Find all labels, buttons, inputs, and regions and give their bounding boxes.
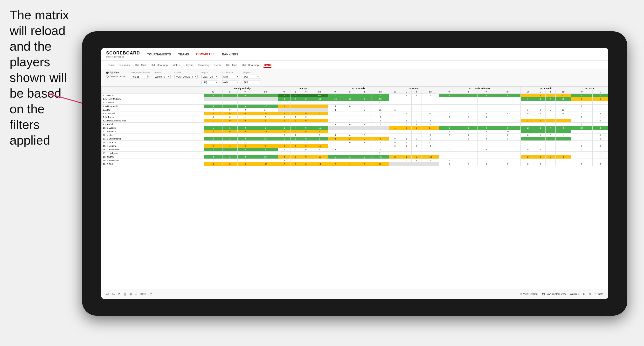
redo-icon[interactable]: ↪ <box>112 292 115 296</box>
cell: 0 <box>389 137 401 141</box>
cell: 3 <box>311 148 328 152</box>
cell: 14 <box>422 126 439 130</box>
cell <box>328 152 343 155</box>
undo-icon[interactable]: ↩ <box>106 292 109 296</box>
max-players-select[interactable]: Top 25 Top 10 All <box>131 75 148 79</box>
minus-icon[interactable]: − <box>135 292 137 296</box>
sub-h-w3: W <box>328 90 343 94</box>
cell: 1 <box>592 115 608 119</box>
cell: -20 <box>311 155 328 159</box>
cell: 0 <box>478 112 495 115</box>
players-select2[interactable]: (All) <box>243 80 260 84</box>
sub-nav-summary[interactable]: Summary <box>119 63 130 67</box>
view-original-btn[interactable]: 👁 View: Original <box>520 293 538 295</box>
gender-select[interactable]: Women's Men's <box>154 75 170 79</box>
cell <box>372 105 389 108</box>
cell <box>495 108 521 112</box>
cell: 1 <box>222 105 238 108</box>
save-custom-btn[interactable]: 💾 Save Custom View <box>542 293 566 295</box>
cell: 4 <box>535 112 546 115</box>
sub-nav-h2h-heatmap2[interactable]: H2H Heatmap <box>242 63 259 67</box>
nav-teams[interactable]: TEAMS <box>178 52 189 57</box>
cell: 0 <box>343 141 357 144</box>
sub-nav-h2h-grid2[interactable]: H2H Grid <box>226 63 237 67</box>
player-name: 20. O Stoll <box>102 163 204 166</box>
sub-nav-teams[interactable]: Teams <box>106 63 114 67</box>
cell: 0 <box>521 163 535 166</box>
cell: 4 <box>328 94 343 97</box>
cell: 0 <box>301 126 311 130</box>
gender-filter: Gender Women's Men's <box>154 71 170 79</box>
nav-rankings[interactable]: RANKINGS <box>222 52 238 57</box>
cell: 2 <box>290 134 301 137</box>
matrix-area[interactable]: 2. M Kelly Mulcahy 6. A Dy 11. G Woods 2… <box>101 86 608 289</box>
cell <box>389 152 401 155</box>
region-select2[interactable]: (All) <box>202 80 218 84</box>
cell: 0 <box>460 130 477 134</box>
division-select[interactable]: NCAA Division II NCAA Division I <box>174 75 198 79</box>
cell <box>328 144 343 148</box>
sub-nav-summary2[interactable]: Summary <box>198 63 210 67</box>
sub-nav-matrix2[interactable]: Matrix <box>264 62 271 68</box>
sub-nav-h2h-heatmap[interactable]: H2H Heatmap <box>151 63 168 67</box>
full-view-radio[interactable]: Full View <box>106 71 125 74</box>
cell: 0 <box>301 119 311 123</box>
cell: -11 <box>311 94 328 97</box>
cell <box>238 152 253 155</box>
nav-committee[interactable]: COMMITTEE <box>196 52 215 57</box>
cell: 0 <box>412 144 422 148</box>
share-icon: ⤴ <box>594 293 596 295</box>
cell: 0 <box>412 126 422 130</box>
sub-nav-detail[interactable]: Detail <box>214 63 221 67</box>
cell <box>422 97 439 101</box>
cell: 0 <box>521 112 535 115</box>
conference-select2[interactable]: (All) <box>222 80 239 84</box>
watch-btn[interactable]: Watch ▾ <box>570 293 579 295</box>
cell: 0 <box>238 94 253 97</box>
cell <box>311 108 328 112</box>
cell: 1 <box>592 152 608 155</box>
cell: 0 <box>571 163 592 166</box>
cell <box>253 152 278 155</box>
cell <box>343 159 357 163</box>
sub-h-l4: L <box>401 90 412 94</box>
refresh-icon[interactable]: ↺ <box>118 292 121 296</box>
share-btn[interactable]: ⤴ Share <box>594 293 603 295</box>
cell: 0 <box>238 155 253 159</box>
cell: 0 <box>571 101 592 105</box>
division-filter: Division NCAA Division II NCAA Division … <box>174 71 198 79</box>
table-row: 18. J Karrh 3 1 0 18 4 0 0 -20 3 1 0 -35… <box>102 155 608 159</box>
cell: 0 <box>253 115 278 119</box>
cell <box>545 152 556 155</box>
settings-btn[interactable]: ⚙ <box>583 293 585 295</box>
sub-h-w4: W <box>389 90 401 94</box>
nav-tournaments[interactable]: TOURNAMENTS <box>147 52 171 57</box>
cell <box>204 141 222 144</box>
sub-nav-matrix[interactable]: Matrix <box>172 63 180 67</box>
cell: 1 <box>357 141 372 144</box>
cell: 1 <box>521 94 535 97</box>
cell <box>357 115 372 119</box>
cell <box>412 130 422 134</box>
cell: 0 <box>571 141 592 144</box>
cell <box>521 130 535 134</box>
sub-nav-players[interactable]: Players <box>184 63 194 67</box>
region-select[interactable]: East - DII (All) <box>202 75 218 79</box>
conference-select[interactable]: (All) <box>222 75 239 79</box>
gender-select-wrapper: Women's Men's <box>154 74 170 79</box>
cell <box>301 123 311 126</box>
cell: 3 <box>328 163 343 166</box>
cell: 0 <box>204 115 222 119</box>
cell: 0 <box>401 159 412 163</box>
clock-icon[interactable]: ⏱ <box>149 292 152 296</box>
sub-nav-h2h-grid[interactable]: H2H Grid <box>135 63 146 67</box>
filter-icon[interactable]: ⊟ <box>124 292 126 296</box>
players-select[interactable]: (All) <box>243 75 260 79</box>
cell <box>290 159 301 163</box>
compact-view-radio[interactable]: Compact View <box>106 75 125 78</box>
cell: 1 <box>328 123 343 126</box>
zoom-icon[interactable]: ⊕ <box>129 292 132 296</box>
cell: 3 <box>253 144 278 148</box>
grid-btn[interactable]: ⊞ <box>589 293 591 295</box>
cell: 0 <box>290 94 301 97</box>
